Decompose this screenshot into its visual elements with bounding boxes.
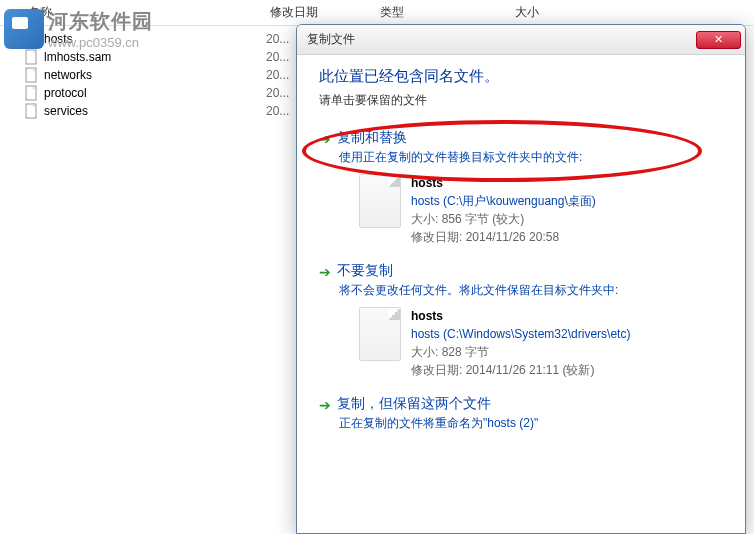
dialog-heading: 此位置已经包含同名文件。	[319, 67, 723, 86]
watermark-logo-icon	[4, 9, 44, 49]
option-title: 不要复制	[337, 262, 393, 280]
copy-file-dialog: 复制文件 ✕ 此位置已经包含同名文件。 请单击要保留的文件 ➔ 复制和替换 使用…	[296, 24, 746, 534]
col-date[interactable]: 修改日期	[270, 4, 380, 21]
col-type[interactable]: 类型	[380, 4, 515, 21]
file-icon	[24, 49, 40, 65]
document-icon	[359, 174, 401, 228]
file-detail: hosts hosts (C:\用户\kouwenguang\桌面) 大小: 8…	[359, 174, 723, 246]
file-name: protocol	[44, 86, 87, 100]
dialog-body: 此位置已经包含同名文件。 请单击要保留的文件 ➔ 复制和替换 使用正在复制的文件…	[297, 55, 745, 454]
option-dont-copy[interactable]: ➔ 不要复制 将不会更改任何文件。将此文件保留在目标文件夹中: hosts ho…	[319, 256, 723, 389]
file-name: lmhosts.sam	[44, 50, 111, 64]
option-desc: 正在复制的文件将重命名为"hosts (2)"	[339, 415, 723, 432]
file-modified: 修改日期: 2014/11/26 20:58	[411, 228, 596, 246]
close-icon: ✕	[714, 33, 723, 46]
dialog-titlebar[interactable]: 复制文件 ✕	[297, 25, 745, 55]
option-title: 复制，但保留这两个文件	[337, 395, 491, 413]
file-size: 大小: 856 字节 (较大)	[411, 210, 596, 228]
file-path: hosts (C:\用户\kouwenguang\桌面)	[411, 192, 596, 210]
file-icon	[24, 85, 40, 101]
arrow-right-icon: ➔	[319, 264, 331, 280]
file-modified: 修改日期: 2014/11/26 21:11 (较新)	[411, 361, 630, 379]
file-detail: hosts hosts (C:\Windows\System32\drivers…	[359, 307, 723, 379]
watermark-title: 河东软件园	[48, 8, 153, 35]
file-icon	[24, 67, 40, 83]
watermark: 河东软件园 www.pc0359.cn	[4, 8, 153, 50]
option-title: 复制和替换	[337, 129, 407, 147]
close-button[interactable]: ✕	[696, 31, 741, 49]
document-icon	[359, 307, 401, 361]
file-name: hosts	[411, 174, 596, 192]
file-name: services	[44, 104, 88, 118]
option-desc: 使用正在复制的文件替换目标文件夹中的文件:	[339, 149, 723, 166]
file-size: 大小: 828 字节	[411, 343, 630, 361]
option-copy-replace[interactable]: ➔ 复制和替换 使用正在复制的文件替换目标文件夹中的文件: hosts host…	[319, 123, 723, 256]
option-desc: 将不会更改任何文件。将此文件保留在目标文件夹中:	[339, 282, 723, 299]
arrow-right-icon: ➔	[319, 397, 331, 413]
dialog-instruction: 请单击要保留的文件	[319, 92, 723, 109]
watermark-url: www.pc0359.cn	[48, 35, 153, 50]
file-name: networks	[44, 68, 92, 82]
col-size[interactable]: 大小	[515, 4, 615, 21]
file-icon	[24, 103, 40, 119]
option-keep-both[interactable]: ➔ 复制，但保留这两个文件 正在复制的文件将重命名为"hosts (2)"	[319, 389, 723, 442]
dialog-title: 复制文件	[307, 31, 696, 48]
file-path: hosts (C:\Windows\System32\drivers\etc)	[411, 325, 630, 343]
arrow-right-icon: ➔	[319, 131, 331, 147]
file-name: hosts	[411, 307, 630, 325]
